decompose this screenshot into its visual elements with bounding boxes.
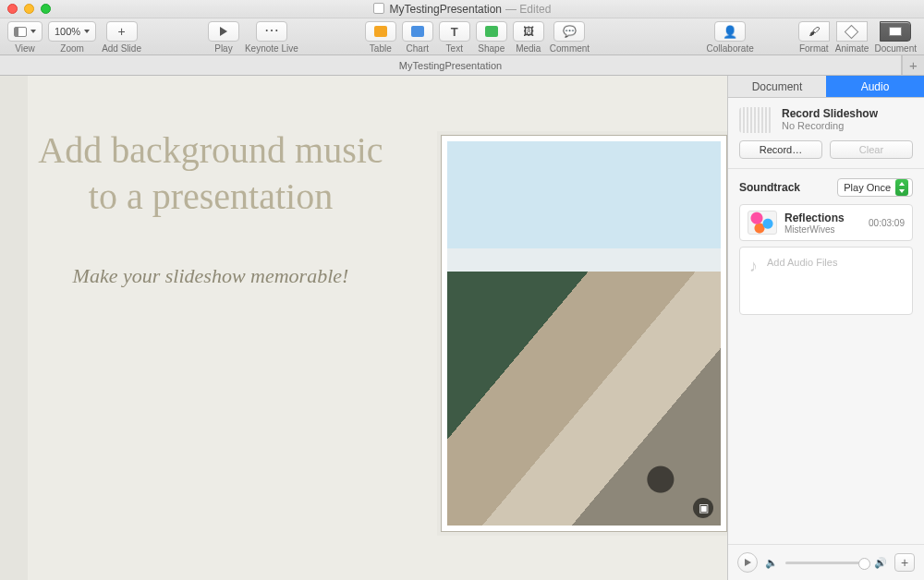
window-traffic-lights	[7, 4, 51, 14]
add-audio-hint: Add Audio Files	[767, 257, 837, 268]
shape-button[interactable]	[476, 21, 507, 42]
shape-label: Shape	[478, 43, 505, 54]
record-slideshow-status: No Recording	[782, 120, 878, 131]
table-label: Table	[370, 43, 392, 54]
format-label: Format	[799, 43, 829, 54]
animate-label: Animate	[835, 43, 869, 54]
clear-recording-label: Clear	[859, 144, 883, 155]
document-label: Document	[874, 43, 917, 54]
main-area: Add background music to a presentation M…	[0, 76, 924, 580]
record-button-label: Record…	[760, 144, 802, 155]
slide-image-frame[interactable]: ▣	[441, 135, 727, 532]
zoom-value: 100%	[55, 26, 80, 37]
collaborate-button[interactable]	[714, 21, 746, 42]
view-button[interactable]	[7, 21, 43, 42]
document-button[interactable]	[880, 21, 911, 42]
zoom-selector[interactable]: 100%	[48, 21, 96, 42]
zoom-label: Zoom	[60, 43, 84, 54]
slide-title[interactable]: Add background music to a presentation	[26, 127, 395, 220]
track-title: Reflections	[784, 211, 845, 224]
add-audio-dropzone[interactable]: Add Audio Files	[739, 247, 913, 315]
soundtrack-mode-value: Play Once	[844, 182, 891, 193]
chart-icon	[411, 26, 424, 37]
add-audio-button[interactable]: +	[894, 553, 915, 572]
title-document-icon	[373, 3, 384, 14]
comment-button[interactable]	[553, 21, 585, 42]
soundtrack-heading: Soundtrack	[739, 181, 800, 194]
waveform-icon	[739, 107, 772, 133]
table-icon	[374, 26, 387, 37]
add-slide-button[interactable]	[106, 21, 138, 42]
window-close-button[interactable]	[7, 4, 18, 14]
format-button[interactable]	[798, 21, 830, 42]
inspector-panel: Document Audio Record Slideshow No Recor…	[727, 76, 924, 580]
collaborate-label: Collaborate	[707, 43, 754, 54]
chevron-down-icon	[84, 30, 90, 33]
slide-canvas-area[interactable]: Add background music to a presentation M…	[0, 76, 727, 580]
slide-subtitle[interactable]: Make your slideshow memorable!	[26, 264, 395, 288]
image-replace-badge-icon[interactable]: ▣	[693, 498, 713, 518]
volume-low-icon	[765, 556, 778, 569]
soundtrack-mode-select[interactable]: Play Once	[837, 178, 913, 197]
document-tab-strip: MyTestingPresentation +	[0, 55, 924, 76]
title-edited-indicator: — Edited	[505, 3, 551, 16]
play-button[interactable]	[208, 21, 239, 42]
title-bar: MyTestingPresentation — Edited	[0, 0, 924, 18]
clear-recording-button: Clear	[830, 140, 913, 159]
keynote-live-label: Keynote Live	[245, 43, 298, 54]
comment-label: Comment	[550, 43, 590, 54]
document-tab-label: MyTestingPresentation	[399, 60, 502, 71]
record-slideshow-title: Record Slideshow	[782, 107, 878, 120]
inspector-tab-document-label: Document	[752, 80, 803, 93]
play-icon	[220, 27, 227, 36]
inspector-tab-audio[interactable]: Audio	[826, 76, 924, 98]
view-icon	[14, 27, 27, 37]
chart-button[interactable]	[402, 21, 433, 42]
chevron-down-icon	[30, 30, 36, 33]
shape-icon	[485, 26, 498, 37]
text-label: Text	[446, 43, 463, 54]
volume-slider[interactable]	[785, 562, 867, 564]
text-button[interactable]: T	[439, 21, 470, 42]
toolbar: View 100% Zoom Add Slide Play Keynote Li…	[0, 18, 924, 55]
chart-label: Chart	[407, 43, 429, 54]
play-label: Play	[214, 43, 232, 54]
select-stepper-icon	[895, 179, 908, 196]
table-button[interactable]	[365, 21, 396, 42]
format-icon	[808, 25, 820, 38]
record-slideshow-section: Record Slideshow No Recording Record… Cl…	[728, 98, 924, 169]
add-slide-label: Add Slide	[102, 43, 141, 54]
view-label: View	[15, 43, 35, 54]
new-tab-button[interactable]: +	[902, 55, 924, 75]
media-button[interactable]	[513, 21, 544, 42]
animate-icon	[845, 24, 859, 39]
title-document-name: MyTestingPresentation	[390, 3, 502, 16]
comment-icon	[563, 25, 577, 38]
music-note-icon	[749, 257, 758, 276]
broadcast-icon	[264, 26, 279, 37]
inspector-tabs: Document Audio	[728, 76, 924, 98]
slide-image: ▣	[447, 141, 721, 526]
volume-high-icon	[874, 556, 887, 569]
inspector-tab-document[interactable]: Document	[728, 76, 826, 98]
text-icon: T	[451, 25, 458, 39]
soundtrack-player: +	[728, 544, 924, 580]
window-minimize-button[interactable]	[24, 4, 34, 14]
media-label: Media	[516, 43, 541, 54]
plus-icon	[117, 24, 125, 39]
soundtrack-track-row[interactable]: Reflections MisterWives 00:03:09	[739, 204, 913, 241]
media-icon	[523, 25, 534, 38]
document-tab[interactable]: MyTestingPresentation	[0, 55, 902, 75]
track-duration: 00:03:09	[869, 218, 905, 228]
animate-button[interactable]	[836, 21, 868, 42]
record-button[interactable]: Record…	[739, 140, 822, 159]
keynote-live-button[interactable]	[256, 21, 287, 42]
play-icon	[745, 559, 751, 566]
soundtrack-section: Soundtrack Play Once Reflections MisterW…	[728, 169, 924, 544]
inspector-tab-audio-label: Audio	[861, 80, 890, 93]
window-zoom-button[interactable]	[41, 4, 51, 14]
collaborate-icon	[723, 25, 737, 39]
slide-canvas: Add background music to a presentation M…	[0, 76, 727, 580]
soundtrack-play-button[interactable]	[737, 552, 758, 573]
track-artwork-icon	[748, 211, 777, 235]
